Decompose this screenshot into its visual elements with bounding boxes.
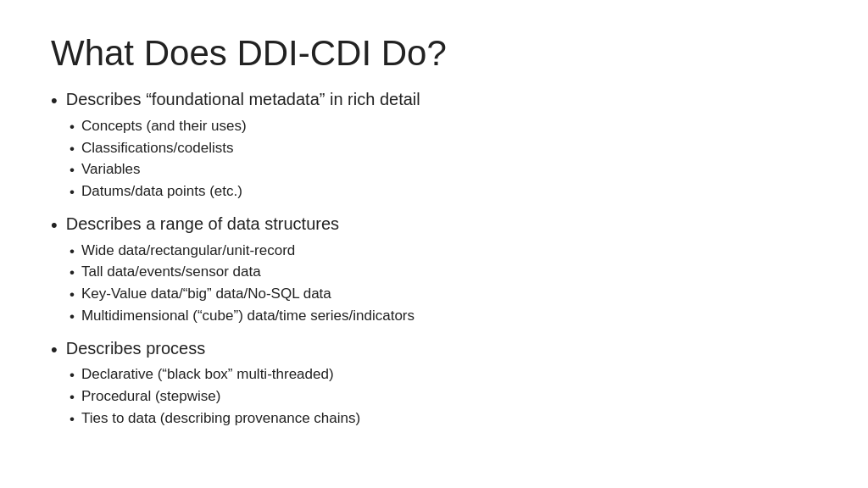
sub-bullet-icon: • [70,307,75,327]
bullet-icon: • [51,89,58,114]
sub-bullet-icon: • [70,241,75,262]
sub-bullet-icon: • [70,263,75,283]
list-item: • Declarative (“black box” multi-threade… [70,364,817,385]
list-item: • Wide data/rectangular/unit-record [70,241,817,262]
sub-bullet-icon: • [70,409,75,430]
sub-item-text: Procedural (stepwise) [81,386,220,407]
sub-list: • Concepts (and their uses) • Classifica… [70,116,817,202]
sub-list: • Wide data/rectangular/unit-record • Ta… [70,241,817,327]
list-item: • Describes process • Declarative (“blac… [51,337,817,431]
main-list: • Describes “foundational metadata” in r… [51,88,817,435]
sub-bullet-icon: • [70,160,75,180]
sub-item-text: Variables [81,159,141,180]
sub-item-text: Ties to data (describing provenance chai… [81,408,360,429]
list-item: • Datums/data points (etc.) [70,181,817,202]
main-item-text: Describes a range of data structures [66,213,339,235]
sub-item-text: Datums/data points (etc.) [81,181,242,202]
list-item: • Classifications/codelists [70,138,817,159]
sub-bullet-icon: • [70,387,75,408]
sub-bullet-icon: • [70,117,75,137]
sub-list: • Declarative (“black box” multi-threade… [70,364,817,429]
sub-item-text: Key-Value data/“big” data/No-SQL data [81,284,331,304]
main-item-text: Describes “foundational metadata” in ric… [66,88,420,110]
list-item: • Procedural (stepwise) [70,386,817,408]
sub-item-text: Concepts (and their uses) [81,116,247,136]
list-item: • Concepts (and their uses) [70,116,817,137]
slide-title: What Does DDI-CDI Do? [51,34,817,73]
list-item: • Ties to data (describing provenance ch… [70,408,817,430]
sub-item-text: Tall data/events/sensor data [81,262,261,282]
list-item: • Key-Value data/“big” data/No-SQL data [70,284,817,305]
slide: What Does DDI-CDI Do? • Describes “found… [0,0,868,488]
sub-bullet-icon: • [70,365,75,385]
sub-item-text: Classifications/codelists [81,138,234,158]
sub-item-text: Declarative (“black box” multi-threaded) [81,364,334,385]
main-item-text: Describes process [66,337,206,359]
sub-bullet-icon: • [70,182,75,202]
sub-bullet-icon: • [70,285,75,305]
bullet-icon: • [51,214,58,238]
list-item: • Multidimensional (“cube”) data/time se… [70,306,817,327]
sub-bullet-icon: • [70,139,75,159]
sub-item-text: Multidimensional (“cube”) data/time seri… [81,306,415,326]
bullet-icon: • [51,338,58,363]
list-item: • Tall data/events/sensor data [70,262,817,283]
list-item: • Variables [70,159,817,180]
list-item: • Describes “foundational metadata” in r… [51,88,817,204]
list-item: • Describes a range of data structures •… [51,213,817,329]
sub-item-text: Wide data/rectangular/unit-record [81,241,295,261]
